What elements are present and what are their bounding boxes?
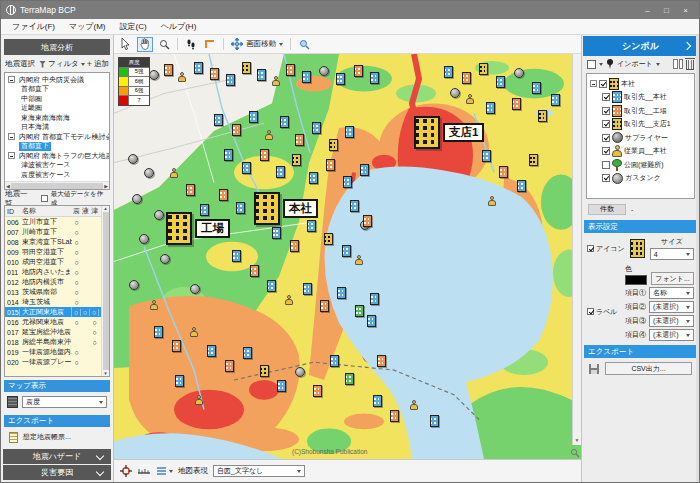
tree-expander-icon[interactable]	[8, 133, 15, 140]
partner-office-icon[interactable]	[444, 66, 453, 78]
menu-map[interactable]: マップ(M)	[62, 21, 113, 32]
map-zoom-corner-button[interactable]	[569, 447, 580, 458]
columns-icon[interactable]	[673, 59, 683, 69]
site-label[interactable]: 支店1	[443, 123, 484, 142]
employee-icon[interactable]	[190, 327, 198, 338]
partner-office-icon[interactable]	[302, 71, 311, 83]
table-row[interactable]: 008東京湾直下SLab○	[5, 237, 109, 247]
label-color-swatch[interactable]	[625, 275, 647, 285]
partner-office-icon[interactable]	[532, 82, 541, 94]
partner-office-icon[interactable]	[336, 73, 345, 85]
tree-expander-icon[interactable]	[8, 76, 15, 83]
partner-factory-icon[interactable]	[499, 166, 508, 178]
partner-factory-icon[interactable]	[186, 184, 195, 196]
symbol-visibility-checkbox[interactable]	[602, 147, 610, 155]
partner-office-icon[interactable]	[154, 326, 163, 338]
partner-office-icon[interactable]	[430, 415, 439, 427]
select-cursor-button[interactable]	[118, 37, 134, 52]
branch-building-icon[interactable]	[329, 139, 338, 151]
partner-office-icon[interactable]	[236, 202, 245, 214]
icon-checkbox[interactable]	[587, 245, 594, 252]
gas-tank-icon[interactable]	[295, 367, 305, 377]
partner-office-icon[interactable]	[345, 126, 354, 138]
site-building-icon[interactable]	[254, 192, 280, 225]
partner-factory-icon[interactable]	[172, 340, 181, 352]
site-label[interactable]: 本社	[283, 199, 318, 218]
symbol-tree-item[interactable]: 従業員__本社	[589, 145, 692, 159]
gas-tank-icon[interactable]	[319, 66, 329, 76]
accordion-disaster-factors[interactable]: 災害要因	[3, 465, 111, 480]
symbol-visibility-checkbox[interactable]	[602, 120, 610, 128]
label-checkbox[interactable]	[587, 308, 594, 315]
partner-factory-icon[interactable]	[290, 240, 299, 252]
size-select[interactable]: 4	[650, 248, 694, 260]
table-row[interactable]: 013茨城県南部○	[5, 287, 109, 297]
site-building-icon[interactable]	[414, 116, 440, 149]
park-building-icon[interactable]	[355, 305, 364, 317]
partner-office-icon[interactable]	[224, 149, 233, 161]
menu-file[interactable]: ファイル(F)	[5, 21, 62, 32]
table-row[interactable]: 009羽田空港直下○	[5, 247, 109, 257]
report-export-button[interactable]: 想定地震帳票...	[23, 432, 71, 442]
partner-factory-icon[interactable]	[363, 215, 372, 227]
earthquake-tree-item[interactable]: 中部圏	[5, 94, 109, 104]
partner-office-icon[interactable]	[517, 180, 526, 192]
partner-office-icon[interactable]	[486, 102, 495, 114]
partner-office-icon[interactable]	[257, 69, 266, 81]
symbol-visibility-checkbox[interactable]	[602, 161, 610, 169]
partner-factory-icon[interactable]	[210, 68, 219, 80]
filter-caret-icon[interactable]	[81, 63, 85, 66]
font-button[interactable]: フォント...	[651, 272, 694, 285]
table-row[interactable]: 007川崎市直下○	[5, 227, 109, 237]
table-row[interactable]: 015大正関東地震○○○	[5, 307, 109, 317]
label-item-select[interactable]: (未選択)	[649, 315, 694, 327]
gas-tank-icon[interactable]	[190, 284, 200, 294]
partner-office-icon[interactable]	[194, 62, 203, 74]
symbol-tree-item[interactable]: 取引先__支店1	[589, 118, 692, 132]
earthquake-tree-item[interactable]: 内閣府 首都直下モデル検討会	[5, 132, 109, 142]
employee-icon[interactable]	[488, 196, 496, 207]
partner-office-icon[interactable]	[242, 162, 251, 174]
site-label[interactable]: 工場	[195, 219, 230, 238]
table-row[interactable]: 014埼玉茨城○	[5, 297, 109, 307]
table-row[interactable]: 018房総半島南東沖○	[5, 337, 109, 347]
symbol-tree-item[interactable]: 取引先__工場	[589, 104, 692, 118]
symbol-panel-header[interactable]: シンボル	[583, 36, 698, 56]
employee-icon[interactable]	[466, 94, 474, 105]
partner-office-icon[interactable]	[367, 315, 376, 327]
employee-icon[interactable]	[272, 76, 280, 87]
gas-tank-icon[interactable]	[144, 168, 154, 178]
partner-office-icon[interactable]	[330, 355, 339, 367]
employee-icon[interactable]	[410, 400, 418, 411]
menu-settings[interactable]: 設定(C)	[113, 21, 154, 32]
partner-factory-icon[interactable]	[512, 98, 521, 110]
earthquake-tree-item[interactable]: 震度被害ケース	[5, 170, 109, 180]
partner-factory-icon[interactable]	[164, 64, 173, 76]
gas-tank-icon[interactable]	[514, 68, 524, 78]
pan-hand-button[interactable]	[137, 37, 153, 52]
symbol-visibility-checkbox[interactable]	[602, 134, 610, 142]
partner-factory-icon[interactable]	[219, 189, 228, 201]
csv-export-button[interactable]: CSV出力...	[605, 362, 692, 375]
partner-factory-icon[interactable]	[390, 410, 399, 422]
branch-building-icon[interactable]	[529, 154, 538, 166]
location-pin-icon[interactable]	[606, 59, 614, 70]
map-representation-select[interactable]: 自図_文字なし	[213, 465, 305, 477]
gas-tank-icon[interactable]	[129, 280, 139, 290]
import-button[interactable]: インポート	[617, 59, 653, 69]
filter-button[interactable]: フィルタ	[48, 59, 79, 69]
partner-factory-icon[interactable]	[354, 65, 363, 77]
partner-office-icon[interactable]	[175, 375, 184, 387]
partner-factory-icon[interactable]	[286, 64, 295, 76]
earthquake-panel-header[interactable]: 地震分析	[4, 39, 110, 55]
employee-icon[interactable]	[178, 72, 186, 83]
symbol-visibility-checkbox[interactable]	[602, 93, 610, 101]
partner-office-icon[interactable]	[226, 74, 235, 86]
partner-factory-icon[interactable]	[313, 385, 322, 397]
partner-factory-icon[interactable]	[232, 124, 241, 136]
partner-office-icon[interactable]	[309, 172, 318, 184]
accordion-earthquake-hazard[interactable]: 地震ハザード	[3, 449, 111, 464]
earthquake-tree-item[interactable]: 内閣府 南海トラフの巨大地震モデル検...	[5, 151, 109, 161]
employee-icon[interactable]	[150, 300, 158, 311]
partner-office-icon[interactable]	[272, 227, 281, 239]
